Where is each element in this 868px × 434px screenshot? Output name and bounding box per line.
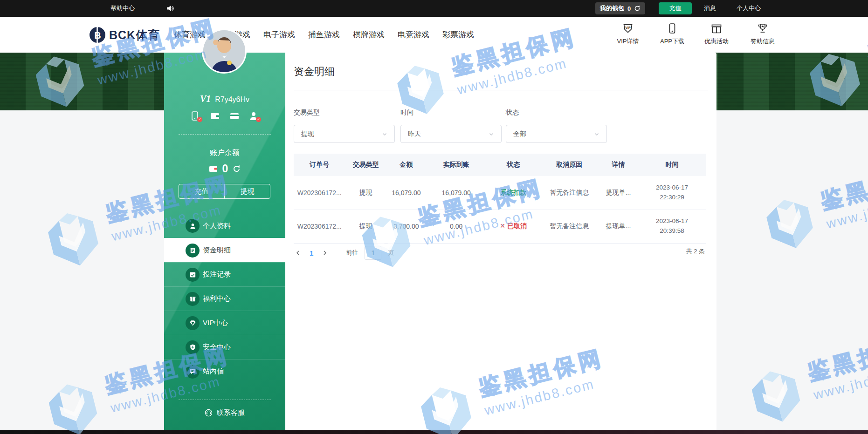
nav-item-fishing[interactable]: 捕鱼游戏 bbox=[308, 29, 340, 40]
sidebar-item-inbox[interactable]: 站内信 bbox=[164, 359, 285, 383]
filter-label-type: 交易类型 bbox=[294, 108, 320, 117]
message-icon bbox=[186, 365, 200, 379]
cell-detail-link[interactable]: 提现单... bbox=[599, 189, 638, 197]
identity-verified-icon[interactable]: ✓ bbox=[249, 111, 259, 121]
app-download-label: APP下载 bbox=[660, 37, 684, 46]
nav-item-sports[interactable]: 体育游戏 bbox=[174, 29, 206, 40]
refresh-balance-icon[interactable] bbox=[233, 165, 241, 173]
wallet-balance: 0 bbox=[627, 5, 631, 12]
vip-details-link[interactable]: VIP VIP详情 bbox=[608, 22, 648, 46]
username: R7y4y6Hv bbox=[215, 95, 249, 104]
gift-icon bbox=[186, 292, 200, 306]
phone-verified-icon[interactable]: ✓ bbox=[191, 111, 200, 121]
page-title: 资金明细 bbox=[294, 65, 335, 79]
nav-item-slots[interactable]: 电子游戏 bbox=[263, 29, 295, 40]
filter-label-status: 状态 bbox=[506, 108, 519, 117]
wallet-pill[interactable]: 我的钱包 0 bbox=[595, 2, 645, 14]
announcement-speaker-icon[interactable] bbox=[166, 0, 174, 17]
svg-text:B: B bbox=[94, 30, 101, 41]
gem-icon bbox=[186, 316, 200, 330]
balance-label: 账户余额 bbox=[164, 148, 285, 158]
footer-edge bbox=[0, 430, 868, 434]
nav-item-lottery[interactable]: 彩票游戏 bbox=[442, 29, 474, 40]
site-logo[interactable]: B BCK体育 bbox=[89, 26, 160, 44]
cell-type: 提现 bbox=[345, 222, 386, 231]
cell-reason: 暂无备注信息 bbox=[540, 189, 599, 197]
cell-detail-link[interactable]: 提现单... bbox=[599, 222, 638, 231]
wallet-icon bbox=[209, 165, 218, 173]
messages-label: 消息 bbox=[704, 4, 716, 13]
wallet-icon[interactable] bbox=[210, 111, 220, 121]
watermark: 鉴黑担保网www.jhdb8.com bbox=[741, 328, 868, 431]
divider bbox=[294, 90, 708, 90]
goto-page-input[interactable] bbox=[365, 246, 381, 260]
sidebar-item-profile[interactable]: 个人资料 bbox=[164, 214, 285, 238]
wallet-label: 我的钱包 bbox=[600, 4, 624, 13]
page-number-1[interactable]: 1 bbox=[310, 249, 313, 257]
cell-order-no[interactable]: W202306172... bbox=[294, 223, 345, 230]
select-value: 昨天 bbox=[408, 130, 421, 138]
col-header-amount: 金额 bbox=[386, 161, 426, 169]
cell-actual: 0.00 bbox=[426, 223, 487, 230]
chevron-down-icon bbox=[382, 131, 387, 137]
logo-mark-icon: B bbox=[89, 26, 106, 44]
sidebar-item-welfare[interactable]: 福利中心 bbox=[164, 286, 285, 311]
ledger-icon bbox=[186, 244, 200, 258]
verified-badge-icon: ✓ bbox=[197, 117, 202, 122]
cell-time: 2023-06-17 20:39:58 bbox=[638, 217, 706, 236]
sidebar-item-bet-records[interactable]: 投注记录 bbox=[164, 262, 285, 286]
refresh-icon[interactable] bbox=[634, 5, 641, 12]
verified-badge-icon: ✓ bbox=[256, 117, 261, 122]
cell-time: 2023-06-17 22:30:29 bbox=[638, 183, 706, 203]
divider bbox=[179, 400, 271, 400]
col-header-status: 状态 bbox=[487, 161, 540, 169]
col-header-actual: 实际到账 bbox=[426, 161, 487, 169]
vip-details-label: VIP详情 bbox=[617, 37, 639, 46]
topbar-recharge-button[interactable]: 充值 bbox=[659, 2, 692, 14]
bet-record-icon bbox=[186, 268, 200, 282]
sidebar-item-security[interactable]: 安全中心 bbox=[164, 335, 285, 359]
total-count: 共 2 条 bbox=[686, 247, 705, 256]
promotions-label: 优惠活动 bbox=[704, 37, 729, 46]
balance-value: 0 bbox=[222, 163, 228, 175]
help-center-label: 帮助中心 bbox=[110, 4, 135, 13]
sponsor-info-link[interactable]: 赞助信息 bbox=[743, 22, 782, 46]
avatar[interactable] bbox=[202, 29, 247, 74]
col-header-time: 时间 bbox=[638, 161, 706, 169]
next-page-icon[interactable] bbox=[321, 249, 329, 257]
profile-link[interactable]: 个人中心 bbox=[737, 0, 761, 17]
contact-support-button[interactable]: 联系客服 bbox=[164, 408, 285, 417]
table-header: 订单号 交易类型 金额 实际到账 状态 取消原因 详情 时间 bbox=[294, 154, 706, 176]
sidebar-withdraw-button[interactable]: 提现 bbox=[225, 184, 270, 198]
cell-order-no[interactable]: W202306172... bbox=[294, 189, 345, 197]
vip-badge-icon: VIP bbox=[622, 22, 634, 34]
prev-page-icon[interactable] bbox=[294, 249, 302, 257]
phone-icon bbox=[666, 22, 678, 34]
sidebar-item-label: 投注记录 bbox=[203, 270, 231, 279]
gift-icon bbox=[710, 22, 723, 34]
transaction-type-select[interactable]: 提现 bbox=[294, 125, 395, 143]
sidebar-item-label: 站内信 bbox=[203, 367, 224, 376]
funds-detail-panel: 资金明细 交易类型 时间 状态 提现 昨天 全部 订单号 交易类型 金额 bbox=[285, 53, 716, 431]
nav-item-esports[interactable]: 电竞游戏 bbox=[398, 29, 429, 40]
headset-icon bbox=[205, 409, 213, 417]
sidebar-item-label: 资金明细 bbox=[203, 246, 231, 255]
sidebar-item-vip-center[interactable]: VIP中心 bbox=[164, 311, 285, 335]
bank-card-icon[interactable] bbox=[230, 111, 239, 121]
sidebar-item-funds[interactable]: 资金明细 bbox=[164, 238, 285, 262]
cancelled-x-icon: ✕ bbox=[500, 222, 505, 230]
status-select[interactable]: 全部 bbox=[506, 125, 607, 143]
page: 帮助中心 我的钱包 0 充值 消息 个人中心 bbox=[0, 0, 868, 434]
messages-link[interactable]: 消息 bbox=[704, 0, 716, 17]
promotions-link[interactable]: 优惠活动 bbox=[697, 22, 736, 46]
chevron-down-icon bbox=[489, 131, 494, 137]
sidebar-item-label: 个人资料 bbox=[203, 222, 231, 231]
cell-reason: 暂无备注信息 bbox=[540, 222, 599, 231]
app-download-link[interactable]: APP下载 bbox=[653, 22, 692, 46]
sidebar-recharge-button[interactable]: 充值 bbox=[179, 184, 225, 198]
help-center-link[interactable]: 帮助中心 bbox=[110, 0, 135, 17]
divider bbox=[179, 134, 271, 135]
sponsor-info-label: 赞助信息 bbox=[751, 37, 775, 46]
time-range-select[interactable]: 昨天 bbox=[400, 125, 502, 143]
nav-item-cards[interactable]: 棋牌游戏 bbox=[353, 29, 385, 40]
